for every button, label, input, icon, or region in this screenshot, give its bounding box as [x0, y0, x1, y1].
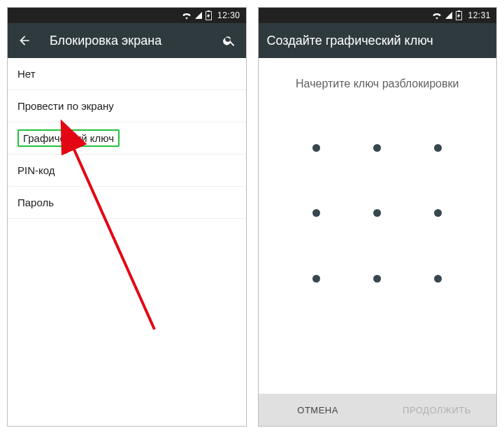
- back-icon[interactable]: [16, 32, 33, 49]
- option-swipe[interactable]: Провести по экрану: [8, 90, 246, 122]
- signal-icon: [445, 11, 453, 20]
- signal-icon: [194, 11, 203, 20]
- phone-left: 12:30 Блокировка экрана Нет Провести по …: [7, 7, 247, 427]
- pattern-dot-4[interactable]: [287, 180, 347, 245]
- svg-rect-4: [458, 10, 461, 12]
- app-bar: Создайте графический ключ: [259, 23, 497, 58]
- wifi-icon: [432, 11, 442, 20]
- pattern-dot-6[interactable]: [408, 180, 468, 245]
- status-bar: 12:30: [8, 8, 246, 23]
- pattern-instruction: Начертите ключ разблокировки: [259, 58, 497, 94]
- option-password[interactable]: Пароль: [8, 187, 246, 219]
- option-label: PIN-код: [17, 164, 55, 176]
- option-pattern[interactable]: Графический ключ: [8, 122, 246, 155]
- option-label: Графический ключ: [17, 129, 120, 147]
- pattern-grid[interactable]: [287, 115, 469, 311]
- app-bar: Блокировка экрана: [8, 23, 246, 58]
- option-label: Нет: [17, 68, 36, 80]
- pattern-dot-7[interactable]: [287, 246, 347, 311]
- appbar-title: Блокировка экрана: [50, 34, 204, 48]
- search-icon[interactable]: [221, 32, 238, 49]
- pattern-dot-2[interactable]: [347, 115, 408, 180]
- appbar-title: Создайте графический ключ: [267, 34, 489, 48]
- button-bar: ОТМЕНА ПРОДОЛЖИТЬ: [259, 394, 497, 426]
- svg-rect-1: [208, 10, 210, 12]
- pattern-area[interactable]: [259, 94, 497, 394]
- cancel-button[interactable]: ОТМЕНА: [259, 394, 377, 426]
- pattern-dot-3[interactable]: [408, 115, 468, 180]
- option-label: Пароль: [17, 197, 54, 208]
- status-bar: 12:31: [259, 8, 497, 23]
- pattern-dot-8[interactable]: [347, 246, 408, 311]
- option-label: Провести по экрану: [17, 100, 114, 112]
- option-none[interactable]: Нет: [8, 58, 246, 90]
- lock-options-list: Нет Провести по экрану Графический ключ …: [8, 58, 246, 426]
- option-pin[interactable]: PIN-код: [8, 155, 246, 187]
- status-time: 12:30: [217, 10, 240, 20]
- battery-icon: [456, 10, 462, 20]
- wifi-icon: [182, 11, 192, 20]
- status-time: 12:31: [468, 10, 491, 20]
- continue-button[interactable]: ПРОДОЛЖИТЬ: [377, 394, 496, 426]
- battery-icon: [206, 10, 212, 20]
- pattern-dot-1[interactable]: [287, 115, 347, 180]
- pattern-dot-5[interactable]: [347, 180, 408, 245]
- pattern-dot-9[interactable]: [408, 246, 468, 311]
- phone-right: 12:31 Создайте графический ключ Начертит…: [258, 7, 498, 427]
